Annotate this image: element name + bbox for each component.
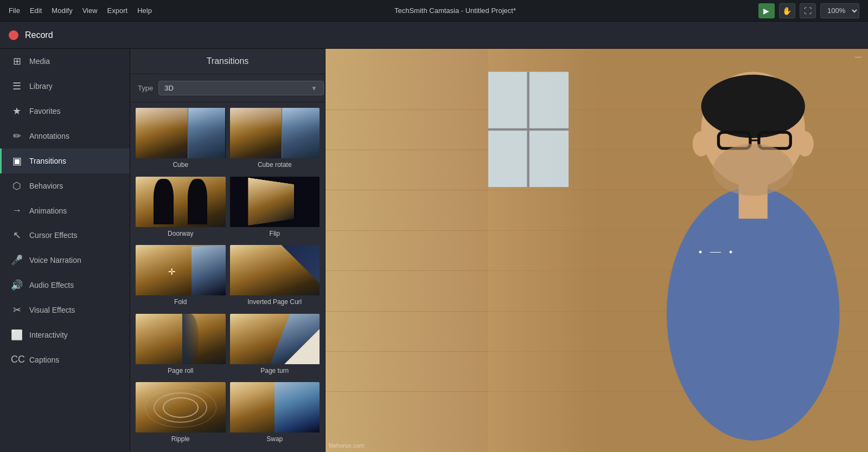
watermark: filehorse.com xyxy=(329,442,364,449)
transition-item-page-roll[interactable]: Page roll xyxy=(135,313,227,379)
hand-tool-button[interactable]: ✋ xyxy=(779,3,795,18)
transitions-title: Transitions xyxy=(130,49,325,74)
transitions-icon: ▣ xyxy=(11,155,23,167)
menu-view[interactable]: View xyxy=(82,7,98,15)
sidebar-item-transitions[interactable]: ▣ Transitions xyxy=(0,148,130,173)
svg-point-9 xyxy=(693,131,710,157)
transitions-filter: Type 3D 2D All ▼ xyxy=(130,74,325,102)
select-tool-button[interactable]: ▶ xyxy=(758,3,775,18)
transition-item-swap[interactable]: Swap xyxy=(229,381,321,448)
sidebar-item-favorites[interactable]: ★ Favorites xyxy=(0,99,130,124)
transition-label-cube: Cube xyxy=(136,158,226,171)
svg-point-2 xyxy=(701,75,805,138)
animations-icon: → xyxy=(11,205,23,216)
sidebar-item-voice-narration[interactable]: 🎤 Voice Narration xyxy=(0,248,130,273)
transition-item-page-turn[interactable]: Page turn xyxy=(229,313,321,379)
toolbar-right: ▶ ✋ ⛶ 100% 75% 50% 150% xyxy=(758,3,859,18)
transition-item-cube-rotate[interactable]: Cube rotate xyxy=(229,107,321,173)
preview-area[interactable]: — filehorse.com xyxy=(326,49,868,452)
record-dot[interactable] xyxy=(9,30,18,40)
app-title: TechSmith Camtasia - Untitled Project* xyxy=(394,7,516,15)
sidebar-label-interactivity: Interactivity xyxy=(29,331,68,339)
transition-item-fold[interactable]: ✛ Fold xyxy=(135,244,227,311)
record-bar: Record xyxy=(0,22,868,49)
transition-item-doorway[interactable]: Doorway xyxy=(135,176,227,242)
sidebar-item-audio-effects[interactable]: 🔊 Audio Effects xyxy=(0,273,130,298)
menu-modify[interactable]: Modify xyxy=(52,7,72,15)
menu-help[interactable]: Help xyxy=(137,7,152,15)
sidebar-item-library[interactable]: ☰ Library xyxy=(0,74,130,99)
sidebar-label-annotations: Annotations xyxy=(29,132,69,140)
preview-line xyxy=(710,252,721,253)
sidebar-label-media: Media xyxy=(29,57,50,66)
type-filter-select[interactable]: 3D 2D All xyxy=(158,81,324,95)
transition-label-fold: Fold xyxy=(136,295,226,308)
transitions-panel: Transitions Type 3D 2D All ▼ Cube xyxy=(130,49,326,452)
title-bar: File Edit Modify View Export Help TechSm… xyxy=(0,0,868,22)
transition-item-cube[interactable]: Cube xyxy=(135,107,227,173)
menu-file[interactable]: File xyxy=(9,7,20,15)
crop-tool-button[interactable]: ⛶ xyxy=(800,3,816,18)
record-label[interactable]: Record xyxy=(25,30,53,40)
captions-icon: CC xyxy=(11,354,23,365)
voice-narration-icon: 🎤 xyxy=(11,254,23,266)
main-area: ⊞ Media ☰ Library ★ Favorites ✏ Annotati… xyxy=(0,49,868,452)
sidebar-label-visual-effects: Visual Effects xyxy=(29,306,75,314)
sidebar-label-behaviors: Behaviors xyxy=(29,182,63,190)
sidebar-label-animations: Animations xyxy=(29,206,67,215)
cursor-effects-icon: ↖ xyxy=(11,229,23,241)
transitions-grid: Cube Cube rotate Doorway Flip ✛ Fold Inv… xyxy=(130,102,325,452)
sidebar-item-visual-effects[interactable]: ✂ Visual Effects xyxy=(0,298,130,322)
transition-label-inverted-page-curl: Inverted Page Curl xyxy=(230,295,320,308)
behaviors-icon: ⬡ xyxy=(11,180,23,192)
interactivity-icon: ⬜ xyxy=(11,329,23,341)
preview-connection-points xyxy=(699,250,732,254)
transition-label-page-roll: Page roll xyxy=(136,364,226,377)
svg-point-8 xyxy=(713,144,794,196)
transition-label-page-turn: Page turn xyxy=(230,364,320,377)
sidebar-label-library: Library xyxy=(29,82,53,91)
sidebar-label-transitions: Transitions xyxy=(29,157,66,165)
sidebar-label-captions: Captions xyxy=(29,356,59,364)
transition-label-cube-rotate: Cube rotate xyxy=(230,158,320,171)
menu-export[interactable]: Export xyxy=(107,7,128,15)
filter-label: Type xyxy=(138,84,153,92)
transition-item-inverted-page-curl[interactable]: Inverted Page Curl xyxy=(229,244,321,311)
sidebar: ⊞ Media ☰ Library ★ Favorites ✏ Annotati… xyxy=(0,49,130,452)
favorites-icon: ★ xyxy=(11,105,23,117)
video-preview: — xyxy=(326,49,868,452)
sidebar-item-captions[interactable]: CC Captions xyxy=(0,347,130,372)
sidebar-label-audio-effects: Audio Effects xyxy=(29,281,74,289)
sidebar-label-voice-narration: Voice Narration xyxy=(29,256,81,264)
svg-point-10 xyxy=(796,131,814,157)
sidebar-item-annotations[interactable]: ✏ Annotations xyxy=(0,124,130,148)
media-icon: ⊞ xyxy=(11,55,23,67)
transition-item-ripple[interactable]: Ripple xyxy=(135,381,227,448)
sidebar-item-animations[interactable]: → Animations xyxy=(0,198,130,223)
sidebar-label-favorites: Favorites xyxy=(29,107,61,115)
transition-label-swap: Swap xyxy=(230,432,320,445)
transition-label-flip: Flip xyxy=(230,227,320,240)
preview-point-left xyxy=(699,250,702,254)
menu-edit[interactable]: Edit xyxy=(30,7,42,15)
audio-effects-icon: 🔊 xyxy=(11,279,23,291)
svg-point-6 xyxy=(667,187,840,441)
transition-label-ripple: Ripple xyxy=(136,432,226,445)
sidebar-item-interactivity[interactable]: ⬜ Interactivity xyxy=(0,322,130,347)
library-icon: ☰ xyxy=(11,80,23,92)
visual-effects-icon: ✂ xyxy=(11,304,23,316)
annotations-icon: ✏ xyxy=(11,130,23,142)
sidebar-label-cursor-effects: Cursor Effects xyxy=(29,231,77,240)
sidebar-item-media[interactable]: ⊞ Media xyxy=(0,49,130,74)
sidebar-item-cursor-effects[interactable]: ↖ Cursor Effects xyxy=(0,223,130,248)
zoom-select[interactable]: 100% 75% 50% 150% xyxy=(820,3,859,18)
preview-corner-handle[interactable]: — xyxy=(855,53,861,61)
sidebar-item-behaviors[interactable]: ⬡ Behaviors xyxy=(0,173,130,198)
transition-item-flip[interactable]: Flip xyxy=(229,176,321,242)
preview-point-right xyxy=(729,250,732,254)
menu-bar: File Edit Modify View Export Help xyxy=(9,7,152,15)
transition-label-doorway: Doorway xyxy=(136,227,226,240)
